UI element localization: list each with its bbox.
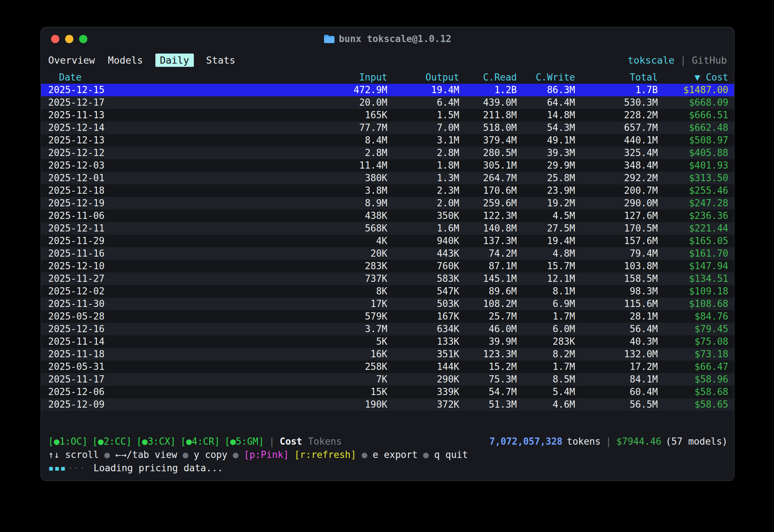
- zoom-button[interactable]: [79, 35, 87, 43]
- cell-output: 503K: [387, 298, 459, 310]
- cell-output: 19.4M: [387, 84, 459, 96]
- table-row[interactable]: 2025-12-18 3.8M 2.3M 170.6M 23.9M 200.7M…: [41, 184, 734, 197]
- provider-badges: [●1:OC][●2:CC][●3:CX][●4:CR][●5:GM]: [48, 435, 264, 448]
- cell-total: 292.2M: [575, 172, 658, 184]
- col-header-cwrite[interactable]: C.Write: [517, 71, 575, 84]
- table-row[interactable]: 2025-11-13 165K 1.5M 211.8M 14.8M 228.2M…: [41, 109, 734, 121]
- daily-table: Date Input Output C.Read C.Write Total ▼…: [41, 71, 734, 411]
- col-header-date[interactable]: Date: [48, 71, 163, 84]
- cell-date: 2025-11-29: [48, 235, 163, 247]
- col-header-output[interactable]: Output: [387, 71, 459, 84]
- table-row[interactable]: 2025-11-16 20K 443K 74.2M 4.8M 79.4M $16…: [41, 247, 734, 260]
- table-row[interactable]: 2025-12-17 20.0M 6.4M 439.0M 64.4M 530.3…: [41, 96, 734, 109]
- cell-date: 2025-12-19: [48, 197, 163, 210]
- cell-cost: $221.44: [658, 222, 728, 235]
- table-row[interactable]: 2025-12-11 568K 1.6M 140.8M 27.5M 170.5M…: [41, 222, 734, 235]
- tab-stats[interactable]: Stats: [206, 55, 235, 66]
- cell-cread: 39.9M: [459, 335, 517, 348]
- cell-total: 98.3M: [575, 285, 658, 298]
- cell-date: 2025-11-18: [48, 348, 163, 361]
- cell-input: 7K: [163, 373, 387, 386]
- tab-daily[interactable]: Daily: [155, 54, 194, 67]
- table-row[interactable]: 2025-05-28 579K 167K 25.7M 1.7M 28.1M $8…: [41, 310, 734, 323]
- cell-input: 579K: [163, 310, 387, 323]
- table-row[interactable]: 2025-12-14 77.7M 7.0M 518.0M 54.3M 657.7…: [41, 121, 734, 134]
- provider-badge: [●2:CC]: [92, 435, 132, 448]
- cell-cread: 259.6M: [459, 197, 517, 210]
- brand-area: tokscale | GitHub: [628, 55, 727, 66]
- table-row[interactable]: 2025-11-27 737K 583K 145.1M 12.1M 158.5M…: [41, 272, 734, 285]
- table-row[interactable]: 2025-12-03 11.4M 1.8M 305.1M 29.9M 348.4…: [41, 159, 734, 172]
- cell-cread: 137.3M: [459, 235, 517, 247]
- cell-input: 165K: [163, 109, 387, 121]
- cell-date: 2025-12-15: [48, 84, 163, 96]
- cell-cread: 75.3M: [459, 373, 517, 386]
- table-row[interactable]: 2025-12-19 8.9M 2.0M 259.6M 19.2M 290.0M…: [41, 197, 734, 210]
- cell-cread: 108.2M: [459, 298, 517, 310]
- table-row[interactable]: 2025-12-10 283K 760K 87.1M 15.7M 103.8M …: [41, 260, 734, 272]
- help-segment: y copy: [194, 448, 227, 462]
- close-button[interactable]: [51, 35, 59, 43]
- table-row[interactable]: 2025-12-13 8.4M 3.1M 379.4M 49.1M 440.1M…: [41, 134, 734, 147]
- col-header-cost-sorted[interactable]: ▼ Cost: [658, 71, 728, 84]
- table-row[interactable]: 2025-11-29 4K 940K 137.3M 19.4M 157.6M $…: [41, 235, 734, 247]
- col-header-cread[interactable]: C.Read: [459, 71, 517, 84]
- minimize-button[interactable]: [65, 35, 73, 43]
- traffic-lights: [51, 35, 87, 43]
- tab-overview[interactable]: Overview: [48, 55, 95, 66]
- cell-cwrite: 5.4M: [517, 386, 575, 398]
- cell-date: 2025-11-06: [48, 210, 163, 222]
- cell-cread: 211.8M: [459, 109, 517, 121]
- table-row[interactable]: 2025-11-18 16K 351K 123.3M 8.2M 132.0M $…: [41, 348, 734, 361]
- table-row[interactable]: 2025-11-30 17K 503K 108.2M 6.9M 115.6M $…: [41, 298, 734, 310]
- cell-output: 7.0M: [387, 121, 459, 134]
- table-row[interactable]: 2025-12-12 2.8M 2.8M 280.5M 39.3M 325.4M…: [41, 147, 734, 159]
- table-row[interactable]: 2025-05-31 258K 144K 15.2M 1.7M 17.2M $6…: [41, 361, 734, 373]
- github-link[interactable]: GitHub: [692, 55, 727, 66]
- table-row[interactable]: 2025-12-06 15K 339K 54.7M 5.4M 60.4M $58…: [41, 386, 734, 398]
- cell-cread: 518.0M: [459, 121, 517, 134]
- tab-models[interactable]: Models: [108, 55, 143, 66]
- cell-cread: 305.1M: [459, 159, 517, 172]
- table-row[interactable]: 2025-11-14 5K 133K 39.9M 283K 40.3M $75.…: [41, 335, 734, 348]
- cell-output: 144K: [387, 361, 459, 373]
- cell-cost: $79.45: [658, 323, 728, 335]
- cell-cost: $508.97: [658, 134, 728, 147]
- cell-input: 3.7M: [163, 323, 387, 335]
- cell-input: 2.8M: [163, 147, 387, 159]
- table-row[interactable]: 2025-12-09 190K 372K 51.3M 4.6M 56.5M $5…: [41, 398, 734, 411]
- col-header-input[interactable]: Input: [163, 71, 387, 84]
- table-row[interactable]: 2025-11-06 438K 350K 122.3M 4.5M 127.6M …: [41, 210, 734, 222]
- col-header-total[interactable]: Total: [575, 71, 658, 84]
- table-row[interactable]: 2025-12-16 3.7M 634K 46.0M 6.0M 56.4M $7…: [41, 323, 734, 335]
- cell-total: 348.4M: [575, 159, 658, 172]
- cell-date: 2025-12-18: [48, 184, 163, 197]
- cell-cwrite: 6.9M: [517, 298, 575, 310]
- table-row[interactable]: 2025-12-01 380K 1.3M 264.7M 25.8M 292.2M…: [41, 172, 734, 184]
- cell-cread: 1.2B: [459, 84, 517, 96]
- cell-cwrite: 8.1M: [517, 285, 575, 298]
- cell-cwrite: 14.8M: [517, 109, 575, 121]
- sort-tokens-toggle[interactable]: Tokens: [308, 435, 342, 448]
- cell-cread: 379.4M: [459, 134, 517, 147]
- cell-output: 2.0M: [387, 197, 459, 210]
- cell-date: 2025-12-11: [48, 222, 163, 235]
- cell-cread: 264.7M: [459, 172, 517, 184]
- cell-cwrite: 29.9M: [517, 159, 575, 172]
- cell-cost: $108.68: [658, 298, 728, 310]
- cell-date: 2025-12-14: [48, 121, 163, 134]
- cell-cost: $161.70: [658, 247, 728, 260]
- cell-output: 547K: [387, 285, 459, 298]
- cell-output: 372K: [387, 398, 459, 411]
- sort-cost-toggle[interactable]: Cost: [280, 435, 302, 448]
- help-line: ↑↓ scroll●←→/tab view●y copy●[p:Pink][r:…: [48, 448, 728, 462]
- help-bullet: ●: [233, 448, 238, 462]
- cell-cost: $255.46: [658, 184, 728, 197]
- table-row[interactable]: 2025-12-15 472.9M 19.4M 1.2B 86.3M 1.7B …: [41, 84, 734, 96]
- cell-total: 60.4M: [575, 386, 658, 398]
- cell-output: 1.6M: [387, 222, 459, 235]
- table-row[interactable]: 2025-11-17 7K 290K 75.3M 8.5M 84.1M $58.…: [41, 373, 734, 386]
- cell-output: 350K: [387, 210, 459, 222]
- cell-cwrite: 19.2M: [517, 197, 575, 210]
- table-row[interactable]: 2025-12-02 8K 547K 89.6M 8.1M 98.3M $109…: [41, 285, 734, 298]
